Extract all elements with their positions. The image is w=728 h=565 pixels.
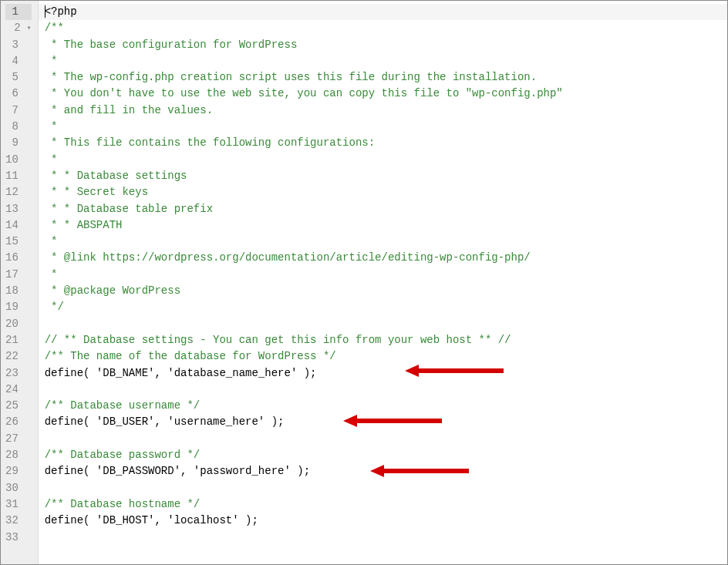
- code-line[interactable]: /** The name of the database for WordPre…: [45, 348, 727, 365]
- line-number: 8: [5, 119, 32, 135]
- line-number: 25: [5, 398, 32, 414]
- code-line[interactable]: [45, 431, 727, 447]
- code-line[interactable]: /** Database username */: [45, 398, 727, 414]
- line-number: 1: [5, 4, 32, 20]
- code-line[interactable]: [45, 382, 727, 398]
- line-number: 17: [5, 267, 32, 283]
- code-area[interactable]: <?php /** * The base configuration for W…: [39, 1, 727, 564]
- line-number: 5: [5, 69, 32, 86]
- code-line[interactable]: /** Database hostname */: [45, 496, 727, 513]
- line-number: 27: [5, 431, 32, 447]
- code-line[interactable]: // ** Database settings - You can get th…: [45, 332, 727, 348]
- line-number: 6: [5, 86, 32, 102]
- line-number: 9: [5, 135, 32, 151]
- code-line[interactable]: * and fill in the values.: [45, 103, 727, 119]
- code-line[interactable]: * * Secret keys: [45, 184, 727, 200]
- code-line[interactable]: *: [45, 119, 727, 135]
- code-line[interactable]: <?php: [45, 4, 727, 20]
- code-line[interactable]: define( 'DB_PASSWORD', 'password_here' )…: [45, 463, 727, 479]
- code-line[interactable]: * * ABSPATH: [45, 217, 727, 234]
- line-number: 28: [5, 447, 32, 463]
- line-number: 7: [5, 103, 32, 119]
- code-line[interactable]: *: [45, 234, 727, 250]
- line-number: 16: [5, 250, 32, 266]
- line-number: 30: [5, 480, 32, 496]
- line-number: 4: [5, 53, 32, 69]
- line-number: 18: [5, 283, 32, 299]
- code-editor[interactable]: 1 2 ▾ 3 4 5 6 7 8 9 10 11 12 13 14 15 16…: [1, 1, 727, 564]
- line-number: 26: [5, 414, 32, 430]
- line-number: 24: [5, 382, 32, 398]
- line-number: 29: [5, 463, 32, 479]
- line-number: 31: [5, 496, 32, 513]
- line-number: 13: [5, 201, 32, 217]
- line-number: 15: [5, 234, 32, 250]
- code-line[interactable]: define( 'DB_NAME', 'database_name_here' …: [45, 365, 727, 382]
- line-number: 22: [5, 348, 32, 365]
- code-line[interactable]: define( 'DB_USER', 'username_here' );: [45, 414, 727, 430]
- line-number: 10: [5, 152, 32, 168]
- code-line[interactable]: [45, 530, 727, 546]
- line-number: 21: [5, 332, 32, 348]
- code-line[interactable]: *: [45, 53, 727, 69]
- code-line[interactable]: *: [45, 267, 727, 283]
- code-line[interactable]: * You don't have to use the web site, yo…: [45, 86, 727, 102]
- line-number: 3: [5, 37, 32, 53]
- code-line[interactable]: [45, 316, 727, 332]
- code-line[interactable]: * @package WordPress: [45, 283, 727, 299]
- line-number: 2 ▾: [5, 20, 32, 36]
- line-number: 14: [5, 217, 32, 234]
- line-number: 32: [5, 513, 32, 529]
- code-line[interactable]: * The wp-config.php creation script uses…: [45, 69, 727, 86]
- code-line[interactable]: * * Database table prefix: [45, 201, 727, 217]
- line-number: 11: [5, 168, 32, 184]
- code-line[interactable]: * * Database settings: [45, 168, 727, 184]
- code-line[interactable]: * The base configuration for WordPress: [45, 37, 727, 53]
- line-number-gutter: 1 2 ▾ 3 4 5 6 7 8 9 10 11 12 13 14 15 16…: [1, 1, 39, 564]
- code-line[interactable]: /**: [45, 20, 727, 36]
- code-line[interactable]: * @link https://wordpress.org/documentat…: [45, 250, 727, 266]
- line-number: 20: [5, 316, 32, 332]
- code-line[interactable]: * This file contains the following confi…: [45, 135, 727, 151]
- code-line[interactable]: /** Database password */: [45, 447, 727, 463]
- line-number: 23: [5, 365, 32, 382]
- fold-icon[interactable]: ▾: [22, 20, 32, 36]
- line-number: 19: [5, 299, 32, 315]
- code-line[interactable]: *: [45, 152, 727, 168]
- code-line[interactable]: [45, 480, 727, 496]
- code-line[interactable]: define( 'DB_HOST', 'localhost' );: [45, 513, 727, 529]
- line-number: 33: [5, 530, 32, 546]
- line-number: 12: [5, 184, 32, 200]
- code-line[interactable]: */: [45, 299, 727, 315]
